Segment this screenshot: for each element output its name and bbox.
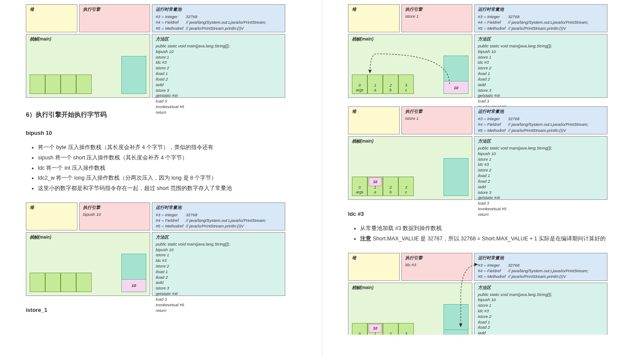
bipush-notes: 将一个 byte 压入操作数栈（其长度会补齐 4 个字节），类似的指令还有 si… — [26, 143, 309, 194]
pool-box: 运行时常量池 #3 = Integer32768 #4 = Fieldref//… — [152, 4, 285, 32]
heading-bipush: bipush 10 — [26, 130, 309, 136]
right-column: 堆 执行引擎 istore 1 运行时常量池 #3 = Integer32768… — [322, 0, 644, 356]
left-column: 堆 执行引擎 运行时常量池 #3 = Integer32768 #4 = Fie… — [0, 0, 322, 356]
diagram-bipush: 堆 执行引擎 bipush 10 运行时常量池 #3 = Integer3276… — [26, 202, 288, 296]
opstack-value: 10 — [122, 279, 146, 292]
ldc-notes: 从常量池加载 #3 数据到操作数栈 注意 Short.MAX_VALUE 是 3… — [348, 224, 631, 244]
engine-box: 执行引擎 — [79, 4, 150, 32]
diagram-ldc: 堆 执行引擎 ldc #3 运行时常量池 #3 = Integer32768 #… — [348, 253, 610, 335]
heap-box: 堆 — [26, 4, 77, 32]
diagram-initial: 堆 执行引擎 运行时常量池 #3 = Integer32768 #4 = Fie… — [26, 4, 288, 98]
diagram-istore-a: 堆 执行引擎 istore 1 运行时常量池 #3 = Integer32768… — [348, 4, 610, 98]
diagram-istore-b: 堆 执行引擎 istore 1 运行时常量池 #3 = Integer32768… — [348, 106, 610, 200]
localvar-value: 10 — [369, 177, 382, 186]
methodarea-box: 方法区 public static void main(java.lang.St… — [152, 34, 285, 98]
stackframe-box: 栈帧(main) — [26, 34, 150, 98]
